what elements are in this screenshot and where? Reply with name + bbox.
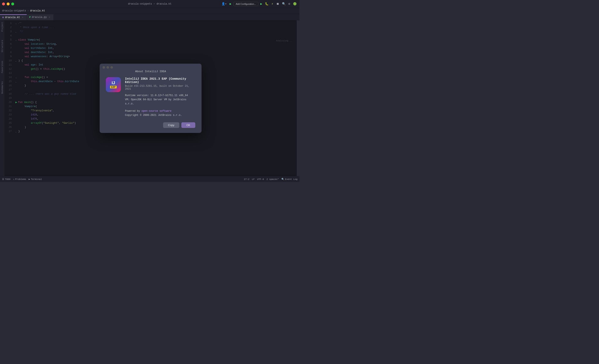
modal-logo-ij: IJ — [112, 81, 115, 85]
maximize-button[interactable] — [11, 2, 14, 5]
modal-close-dot[interactable] — [103, 66, 105, 69]
tab-dracula-kt[interactable]: K dracula.kt × — [0, 14, 27, 20]
main-layout: Project Structure Favorites Bookmarks An… — [0, 20, 300, 176]
todo-label: TODO — [5, 178, 10, 181]
title-bar: dracula-snippets – dracula.kt 👤▾ ▶ Add C… — [0, 0, 300, 8]
breadcrumb: dracula-snippets › dracula.kt — [0, 8, 300, 14]
window-title: dracula-snippets – dracula.kt — [128, 2, 172, 5]
tab-label-dracula-py: dracula.py — [32, 16, 47, 19]
modal-powered: Powered by open-source software Copyrigh… — [125, 109, 195, 117]
modal-traffic-lights — [103, 66, 113, 69]
settings-icon[interactable]: ⚙ — [288, 2, 291, 6]
debug-button[interactable]: 🐛 — [264, 2, 269, 6]
status-event-log[interactable]: 🔍 Event Log — [282, 178, 297, 181]
code-editor[interactable]: Analyzing... 12345 678910 1112131415 161… — [5, 20, 297, 176]
event-log-label: Event Log — [285, 178, 297, 181]
problems-label: Problems — [15, 178, 26, 181]
right-gutter — [297, 20, 300, 176]
open-source-link[interactable]: open-source software — [141, 110, 171, 113]
traffic-lights — [2, 2, 14, 5]
sidebar-item-project[interactable]: Project — [1, 22, 4, 32]
tab-close-dracula-kt[interactable]: × — [21, 16, 24, 19]
sidebar-item-bookmarks[interactable]: Bookmarks — [1, 81, 4, 94]
todo-icon: ☰ — [2, 178, 4, 181]
modal-app-title: IntelliJ IDEA 2021.3 EAP (Community Edit… — [125, 77, 195, 84]
account-icon[interactable]: 👤▾ — [221, 2, 228, 6]
problems-icon: ⚠ — [13, 178, 14, 181]
terminal-label: Terminal — [31, 178, 42, 181]
status-terminal[interactable]: ▶ Terminal — [29, 178, 42, 181]
sidebar-item-structure[interactable]: Structure — [1, 40, 4, 52]
status-right: 27:2 LF UTF-8 2 spaces* 🔍 Event Log — [244, 178, 297, 181]
status-position[interactable]: 27:2 — [244, 178, 249, 181]
breadcrumb-file[interactable]: dracula.kt — [30, 9, 45, 12]
ok-button[interactable]: OK — [181, 122, 195, 128]
event-log-icon: 🔍 — [282, 178, 284, 181]
modal-runtime: Runtime version: 11.0.12+7-b1751.11 x86_… — [125, 93, 195, 106]
toolbar-right: 👤▾ ▶ Add Configuration... ▶ 🐛 ⚡ ⏹ 🔍 ⚙ 🟢 — [221, 2, 297, 6]
modal-title: About IntelliJ IDEA — [106, 70, 195, 73]
modal-info: IntelliJ IDEA 2021.3 EAP (Community Edit… — [125, 77, 195, 117]
copy-button[interactable]: Copy — [163, 122, 179, 128]
terminal-icon: ▶ — [29, 178, 30, 181]
status-encoding[interactable]: UTF-8 — [257, 178, 264, 181]
tabs-bar: K dracula.kt × P dracula.py × — [0, 14, 300, 20]
close-button[interactable] — [2, 2, 5, 5]
modal-buttons: Copy OK — [106, 122, 195, 128]
sidebar-item-favorites[interactable]: Favorites — [1, 61, 4, 73]
tab-label-dracula-kt: dracula.kt — [5, 16, 20, 19]
search-icon[interactable]: 🔍 — [281, 2, 286, 6]
coverage-button[interactable]: ⚡ — [271, 2, 274, 6]
modal-min-dot[interactable] — [106, 66, 109, 69]
tab-dracula-py[interactable]: P dracula.py × — [27, 14, 54, 20]
status-problems[interactable]: ⚠ Problems — [13, 178, 26, 181]
about-dialog: About IntelliJ IDEA IJ EAP IntelliJ IDEA… — [100, 64, 202, 133]
update-icon[interactable]: 🟢 — [292, 2, 297, 6]
py-icon: P — [29, 16, 31, 18]
left-sidebar: Project Structure Favorites Bookmarks — [0, 20, 5, 176]
stop-button[interactable]: ⏹ — [275, 2, 280, 6]
modal-logo-eap: EAP — [110, 86, 117, 89]
modal-overlay: About IntelliJ IDEA IJ EAP IntelliJ IDEA… — [5, 20, 297, 176]
modal-logo: IJ EAP — [106, 77, 121, 92]
add-configuration-button[interactable]: Add Configuration... — [233, 2, 258, 6]
status-lf[interactable]: LF — [252, 178, 255, 181]
status-todo[interactable]: ☰ TODO — [2, 178, 10, 181]
tab-close-dracula-py[interactable]: × — [48, 16, 51, 19]
modal-max-dot[interactable] — [110, 66, 113, 69]
breadcrumb-project[interactable]: dracula-snippets — [2, 9, 26, 12]
minimize-button[interactable] — [7, 2, 9, 5]
run-button[interactable]: ▶ — [260, 2, 263, 6]
breadcrumb-sep-1: › — [27, 9, 29, 12]
status-bar: ☰ TODO ⚠ Problems ▶ Terminal 27:2 LF UTF… — [0, 176, 300, 182]
modal-build: Build #IC-213.5281.15, built on October … — [125, 85, 195, 90]
run-icon[interactable]: ▶ — [229, 2, 232, 6]
kt-icon: K — [2, 17, 4, 19]
modal-content: IJ EAP IntelliJ IDEA 2021.3 EAP (Communi… — [106, 77, 195, 117]
status-indent[interactable]: 2 spaces* — [266, 178, 279, 181]
status-left: ☰ TODO ⚠ Problems ▶ Terminal — [2, 178, 42, 181]
